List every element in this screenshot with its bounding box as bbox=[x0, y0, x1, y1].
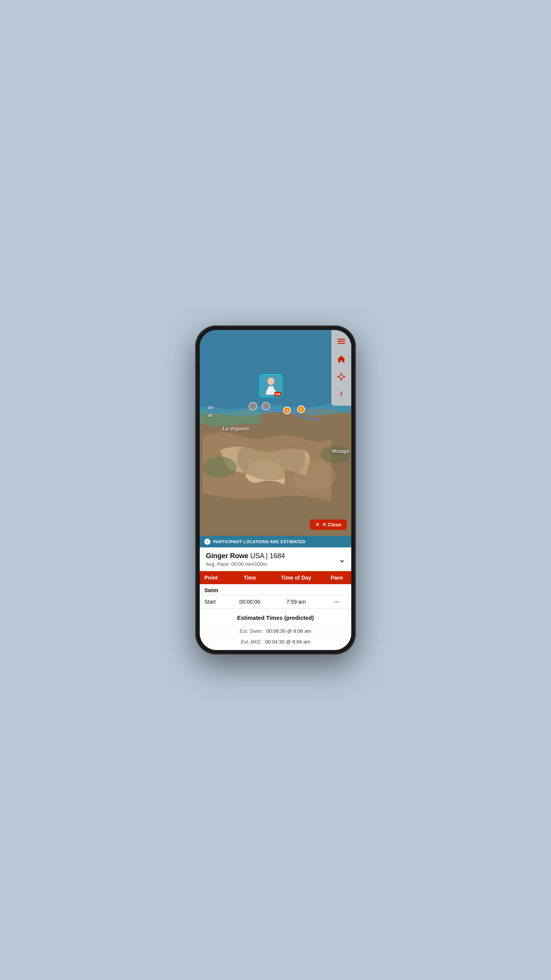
waypoint-grey-2 bbox=[262, 402, 270, 410]
est-swim-row: Est. Swim: 00:06:30 @ 8:06 am bbox=[206, 625, 345, 634]
toolbar bbox=[331, 330, 351, 406]
athlete-marker[interactable]: GR bbox=[259, 374, 283, 398]
waypoint-orange-5: 5 bbox=[283, 407, 291, 414]
row-pace: --- bbox=[322, 595, 351, 609]
col-time: Time bbox=[230, 571, 270, 584]
waypoint-grey-1 bbox=[249, 402, 257, 410]
phone-frame: de ar La Vegueta Mozago 5 6 bbox=[195, 325, 356, 655]
est-bike-label: Est. BKE: bbox=[241, 639, 262, 645]
crosshair-button[interactable] bbox=[333, 368, 350, 385]
row-point: Start bbox=[200, 595, 230, 609]
home-button[interactable] bbox=[333, 351, 350, 368]
waypoint-orange-6: 6 bbox=[297, 405, 305, 413]
phone-screen: de ar La Vegueta Mozago 5 6 bbox=[200, 330, 351, 650]
participant-name-row: Ginger Rowe USA | 1684 Avg. Pace: 00:00 … bbox=[206, 552, 285, 567]
svg-point-6 bbox=[267, 377, 274, 385]
compass-button[interactable] bbox=[333, 386, 350, 403]
est-swim-label: Est. Swim: bbox=[240, 628, 263, 634]
info-icon: i bbox=[204, 539, 210, 545]
timing-table: Point Time Time of Day Pace Swim Start 0… bbox=[200, 571, 351, 609]
athlete-photo-box: GR bbox=[259, 374, 283, 398]
section-swim-label: Swim bbox=[200, 584, 351, 595]
participant-header: Ginger Rowe USA | 1684 Avg. Pace: 00:00 … bbox=[200, 547, 351, 571]
row-time: 00:00:00 bbox=[230, 595, 270, 609]
close-button[interactable]: ✕ ✕ Close bbox=[310, 519, 347, 530]
info-banner: i PARTICIPANT LOCATIONS ARE ESTIMATED bbox=[200, 536, 351, 547]
participant-name: Ginger Rowe USA | 1684 bbox=[206, 552, 285, 560]
col-pace: Pace bbox=[322, 571, 351, 584]
svg-rect-7 bbox=[268, 386, 274, 391]
table-header-row: Point Time Time of Day Pace bbox=[200, 571, 351, 584]
svg-rect-10 bbox=[337, 343, 345, 344]
athlete-initials: GR bbox=[274, 392, 282, 397]
estimated-times-section: Estimated Times (predicted) Est. Swim: 0… bbox=[200, 609, 351, 650]
svg-point-2 bbox=[293, 461, 336, 491]
menu-button[interactable] bbox=[333, 333, 350, 350]
map-background bbox=[200, 330, 351, 536]
expand-chevron[interactable]: ⌄ bbox=[339, 555, 345, 564]
col-time-of-day: Time of Day bbox=[270, 571, 322, 584]
svg-point-11 bbox=[339, 375, 343, 379]
est-bike-row: Est. BKE: 00:04:30 @ 8:04 am bbox=[206, 635, 345, 645]
est-bike-value: 00:04:30 @ 8:04 am bbox=[265, 639, 310, 645]
close-icon: ✕ bbox=[315, 522, 320, 528]
participant-panel: Ginger Rowe USA | 1684 Avg. Pace: 00:00 … bbox=[200, 547, 351, 650]
map-area[interactable]: de ar La Vegueta Mozago 5 6 bbox=[200, 330, 351, 536]
section-swim: Swim bbox=[200, 584, 351, 595]
est-swim-value: 00:06:30 @ 8:06 am bbox=[266, 628, 311, 634]
participant-country-bib: USA | 1684 bbox=[250, 552, 285, 560]
svg-rect-9 bbox=[337, 341, 345, 342]
table-row: Start 00:00:00 7:59 am --- bbox=[200, 595, 351, 609]
svg-point-4 bbox=[321, 446, 350, 463]
est-times-title: Estimated Times (predicted) bbox=[206, 614, 345, 621]
row-time-of-day: 7:59 am bbox=[270, 595, 322, 609]
svg-point-3 bbox=[202, 457, 237, 478]
svg-rect-8 bbox=[337, 339, 345, 340]
col-point: Point bbox=[200, 571, 230, 584]
participant-avg-pace: Avg. Pace: 00:00 min/100m bbox=[206, 561, 285, 567]
